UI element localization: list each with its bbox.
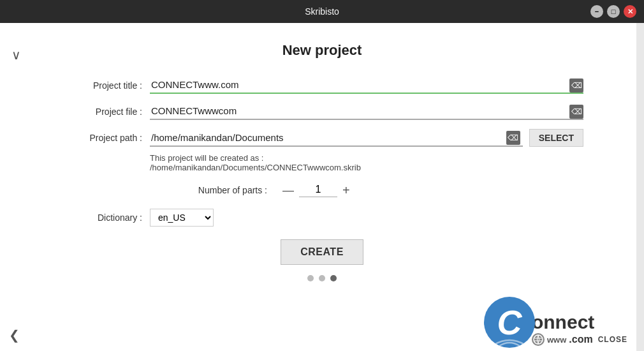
title-bar: Skribisto − □ ✕ (0, 0, 644, 23)
maximize-button[interactable]: □ (607, 5, 620, 18)
project-title-clear-button[interactable]: ⌫ (569, 78, 583, 93)
pagination-dots (307, 275, 337, 281)
project-title-row: Project title : ⌫ (61, 77, 583, 94)
dictionary-label: Dictionary : (61, 213, 150, 223)
project-file-row: Project file : ⌫ (61, 103, 583, 120)
parts-decrement-button[interactable]: — (282, 184, 294, 196)
project-path-clear-button[interactable]: ⌫ (506, 131, 520, 145)
select-path-button[interactable]: SELECT (529, 129, 583, 147)
dictionary-row: Dictionary : en_US en_GB fr_FR de_DE (61, 209, 583, 227)
pagination-dot-3 (330, 275, 337, 281)
parts-label: Number of parts : (198, 185, 275, 195)
info-line1: This project will be created as : (150, 153, 583, 163)
project-file-input[interactable] (150, 103, 583, 120)
project-path-row: Project path : ⌫ SELECT (61, 129, 583, 147)
parts-controls: — + (282, 183, 350, 197)
parts-increment-button[interactable]: + (342, 184, 350, 197)
minimize-button[interactable]: − (590, 5, 603, 18)
create-button[interactable]: CREATE (281, 239, 363, 265)
new-project-dialog: New project Project title : ⌫ Project fi… (3, 23, 641, 299)
close-text: CLOSE (598, 335, 627, 344)
parts-input[interactable] (299, 183, 337, 197)
project-title-input[interactable] (150, 77, 583, 94)
project-file-clear-button[interactable]: ⌫ (569, 105, 583, 119)
project-path-input-wrapper: ⌫ (150, 130, 523, 147)
dialog-title: New project (282, 42, 362, 59)
logo-www: www (547, 335, 566, 345)
pagination-dot-2 (319, 275, 325, 281)
project-path-input[interactable] (150, 130, 523, 147)
pagination-dot-1 (307, 275, 314, 281)
logo-onnect: onnect (532, 311, 594, 333)
project-path-info: This project will be created as : /home/… (61, 153, 583, 172)
panel-chevron[interactable]: ∨ (11, 47, 21, 63)
logo-com: .com (569, 334, 592, 345)
window-controls: − □ ✕ (590, 5, 636, 18)
scrollbar[interactable] (636, 23, 644, 351)
main-area: ∨ New project Project title : ⌫ Project … (0, 23, 644, 351)
project-title-input-wrapper: ⌫ (150, 77, 583, 94)
project-file-input-wrapper: ⌫ (150, 103, 583, 120)
project-path-label: Project path : (61, 133, 150, 143)
project-file-label: Project file : (61, 107, 150, 117)
nav-back-button[interactable]: ❮ (9, 327, 20, 343)
number-of-parts-row: Number of parts : — + (61, 183, 583, 197)
bottom-nav: ❮ C onnect (0, 319, 636, 351)
project-title-label: Project title : (61, 80, 150, 91)
dictionary-select[interactable]: en_US en_GB fr_FR de_DE (150, 209, 214, 227)
info-line2: /home/manikandan/Documents/CONNECTwwwcom… (150, 163, 583, 172)
close-button[interactable]: ✕ (624, 5, 636, 18)
app-title: Skribisto (305, 6, 339, 17)
